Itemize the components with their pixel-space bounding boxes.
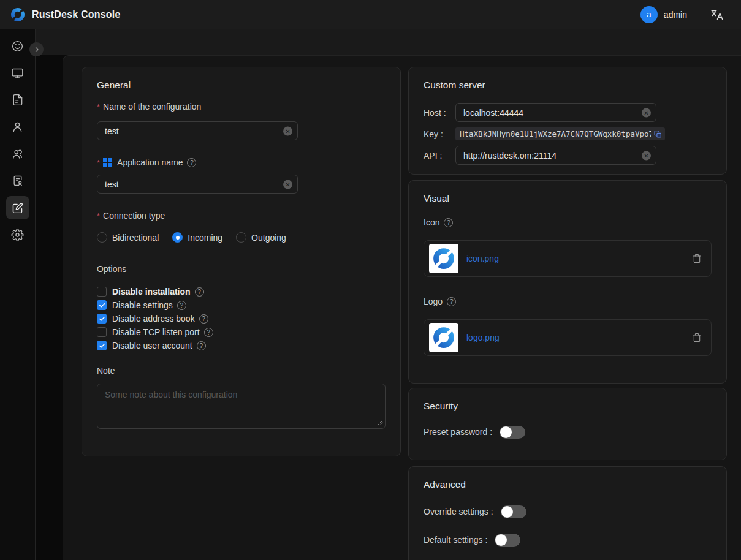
application-name-input[interactable]	[97, 175, 298, 194]
general-title: General	[97, 80, 386, 91]
checkbox-box	[97, 300, 107, 310]
sidebar-collapse-button[interactable]	[29, 42, 44, 56]
app-title: RustDesk Console	[32, 9, 121, 20]
custom-server-card: Custom server Host : ✕ Key : HtaXBkJNHyn…	[408, 67, 727, 175]
general-card: General * Name of the configuration ✕ * …	[82, 67, 401, 456]
logo-label: Logo ?	[424, 297, 712, 306]
help-icon[interactable]: ?	[199, 314, 208, 324]
help-icon[interactable]: ?	[444, 218, 453, 227]
translate-icon[interactable]	[710, 8, 724, 21]
checkbox-box	[97, 341, 107, 350]
content-header-strip	[36, 29, 741, 55]
sidebar-item-dashboard[interactable]	[6, 34, 29, 58]
checkbox-disable-installation[interactable]: Disable installation ?	[97, 287, 386, 297]
icon-upload-row: icon.png	[424, 240, 712, 277]
smiley-icon	[11, 40, 24, 53]
icon-thumbnail[interactable]	[429, 244, 458, 273]
trash-icon[interactable]	[692, 333, 702, 342]
options-label: Options	[97, 264, 386, 274]
help-icon[interactable]: ?	[187, 158, 196, 167]
key-value: HtaXBkJNHyn0e1U1jWXze7A7CN7QTGWqxk0tpaVp…	[460, 129, 651, 138]
users-icon	[11, 148, 24, 161]
icon-label: Icon ?	[424, 218, 712, 227]
checkbox-disable-tcp-listen-port[interactable]: Disable TCP listen port ?	[97, 327, 386, 337]
radio-dot	[172, 232, 183, 243]
application-name-label: * Application name ?	[97, 157, 386, 167]
clear-icon[interactable]: ✕	[642, 151, 651, 160]
help-icon[interactable]: ?	[447, 297, 456, 306]
visual-card: Visual Icon ? icon.png	[408, 180, 727, 384]
logo-file-link[interactable]: logo.png	[466, 333, 500, 342]
windows-logo-icon	[103, 158, 112, 167]
host-label: Host :	[424, 108, 455, 118]
sidebar-item-groups[interactable]	[6, 142, 29, 165]
sidebar-item-settings[interactable]	[6, 223, 29, 246]
security-title: Security	[424, 401, 712, 412]
override-settings-label: Override settings :	[424, 507, 493, 516]
api-input[interactable]	[455, 146, 656, 165]
preset-password-label: Preset password :	[424, 427, 492, 437]
config-name-label: * Name of the configuration	[97, 102, 386, 112]
document-icon	[12, 94, 24, 106]
sidebar-item-logs[interactable]	[6, 88, 29, 112]
right-column: Custom server Host : ✕ Key : HtaXBkJNHyn…	[408, 67, 727, 560]
icon-file-link[interactable]: icon.png	[466, 254, 499, 263]
key-value-box: HtaXBkJNHyn0e1U1jWXze7A7CN7QTGWqxk0tpaVp…	[455, 127, 665, 140]
brand: RustDesk Console	[10, 7, 121, 23]
sidebar-item-audit[interactable]	[6, 169, 29, 192]
checkbox-disable-user-account[interactable]: Disable user account ?	[97, 341, 386, 350]
radio-outgoing[interactable]: Outgoing	[236, 232, 286, 243]
gear-icon	[11, 229, 24, 241]
clear-icon[interactable]: ✕	[283, 126, 292, 135]
required-asterisk: *	[97, 102, 100, 112]
sidebar	[0, 29, 36, 560]
topbar-right: a admin	[640, 6, 731, 23]
required-asterisk: *	[97, 211, 100, 221]
connection-type-radio-group: Bidirectional Incoming Outgoing	[97, 232, 386, 243]
note-textarea[interactable]	[97, 384, 386, 429]
checkbox-box	[97, 287, 107, 297]
preset-password-toggle[interactable]	[500, 426, 525, 439]
host-input[interactable]	[455, 103, 656, 122]
logo-thumbnail[interactable]	[429, 323, 458, 352]
radio-dot	[97, 232, 107, 243]
edit-icon	[11, 202, 24, 214]
custom-server-title: Custom server	[424, 80, 712, 91]
help-icon[interactable]: ?	[195, 287, 204, 297]
advanced-card: Advanced Override settings : Default set…	[408, 466, 727, 560]
required-asterisk: *	[97, 158, 100, 167]
help-icon[interactable]: ?	[204, 328, 213, 337]
checkbox-box	[97, 327, 107, 337]
checkbox-disable-address-book[interactable]: Disable address book ?	[97, 314, 386, 324]
sidebar-item-devices[interactable]	[6, 61, 29, 85]
help-icon[interactable]: ?	[177, 301, 186, 310]
options-checkbox-group: Disable installation ? Disable settings …	[97, 287, 386, 350]
checkbox-box	[97, 314, 107, 324]
audit-log-icon	[12, 175, 24, 187]
user-icon	[11, 121, 24, 134]
key-label: Key :	[424, 129, 455, 139]
user-name[interactable]: admin	[664, 10, 687, 20]
rustdesk-logo-icon	[10, 7, 26, 23]
clear-icon[interactable]: ✕	[642, 108, 651, 117]
radio-bidirectional[interactable]: Bidirectional	[97, 232, 159, 243]
note-label: Note	[97, 366, 386, 376]
sidebar-item-custom-client[interactable]	[6, 196, 29, 219]
copy-icon[interactable]	[654, 130, 662, 138]
topbar: RustDesk Console a admin	[0, 0, 741, 29]
help-icon[interactable]: ?	[197, 341, 206, 350]
content-panel: General * Name of the configuration ✕ * …	[63, 55, 741, 560]
default-settings-toggle[interactable]	[495, 534, 520, 547]
clear-icon[interactable]: ✕	[283, 180, 292, 189]
rustdesk-console-app: RustDesk Console a admin	[0, 0, 741, 560]
sidebar-item-users[interactable]	[6, 115, 29, 138]
user-avatar[interactable]: a	[640, 6, 658, 23]
config-name-input[interactable]	[97, 121, 298, 140]
radio-dot	[236, 232, 246, 243]
trash-icon[interactable]	[692, 254, 702, 263]
connection-type-label: * Connection type	[97, 211, 386, 221]
radio-incoming[interactable]: Incoming	[172, 232, 222, 243]
checkbox-disable-settings[interactable]: Disable settings ?	[97, 300, 386, 310]
override-settings-toggle[interactable]	[501, 505, 526, 518]
default-settings-label: Default settings :	[424, 535, 487, 545]
